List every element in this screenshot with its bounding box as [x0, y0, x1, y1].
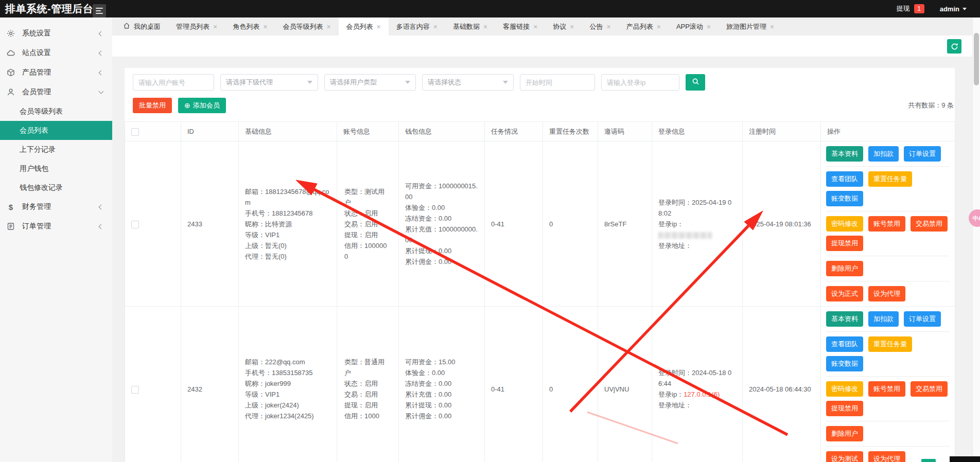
action-button[interactable]: 加扣款 [868, 311, 899, 327]
tab-item[interactable]: 协议× [545, 17, 582, 35]
select-all-checkbox[interactable] [131, 128, 139, 136]
filter-select[interactable]: 请选择状态 [422, 74, 514, 91]
close-icon[interactable]: × [326, 23, 330, 30]
column-header: 任务情况 [485, 122, 543, 141]
close-icon[interactable]: × [770, 23, 774, 30]
action-button[interactable]: 设为正式 [826, 286, 863, 301]
action-button[interactable]: 密码修改 [826, 381, 863, 397]
tab-item[interactable]: 管理员列表× [168, 17, 225, 35]
sidebar-subitem[interactable]: 用户钱包 [0, 159, 112, 178]
action-button[interactable]: 交易禁用 [911, 381, 948, 397]
withdraw-count-badge[interactable]: 1 [914, 4, 924, 13]
column-header: 登录信息 [652, 122, 743, 141]
tab-item[interactable]: 基础数据× [445, 17, 495, 35]
close-icon[interactable]: × [377, 23, 381, 30]
filter-input[interactable] [520, 74, 595, 91]
row-checkbox[interactable] [131, 221, 139, 228]
sidebar-subitem-active[interactable]: 会员列表 [0, 121, 112, 140]
close-icon[interactable]: × [657, 23, 661, 30]
row-checkbox[interactable] [131, 386, 139, 394]
tab-item[interactable]: 客服链接× [495, 17, 545, 35]
info-line: 体验金：0.00 [405, 202, 478, 213]
wallet-info-cell: 可用资金：15.00体验金：0.00冻结资金：0.00累计充值：0.00累计提现… [399, 307, 485, 462]
close-icon[interactable]: × [607, 23, 611, 30]
action-button[interactable]: 设为测试 [826, 451, 863, 462]
close-icon[interactable]: × [213, 23, 217, 30]
sidebar-item-4[interactable]: 会员管理 [0, 82, 112, 102]
info-line: 昵称：joker999 [245, 378, 330, 389]
sidebar-item-2[interactable]: 站点设置 [0, 43, 112, 63]
search-button[interactable] [686, 74, 705, 91]
tab-item[interactable]: 多语言内容× [389, 17, 445, 35]
action-button[interactable]: 交易禁用 [911, 216, 948, 232]
action-button[interactable]: 查看团队 [826, 171, 863, 187]
action-button[interactable]: 加扣款 [868, 146, 899, 162]
action-button[interactable]: 账变数据 [826, 191, 863, 206]
column-header: 注册时间 [743, 122, 821, 141]
login-time: 登录时间：2024-05-18 06:44 [658, 367, 736, 389]
refresh-button[interactable] [947, 39, 961, 54]
sidebar-item-1[interactable]: 系统设置 [0, 24, 112, 43]
action-button[interactable]: 订单设置 [904, 311, 941, 327]
sidebar-subitem[interactable]: 钱包修改记录 [0, 178, 112, 197]
sidebar-item-5[interactable]: $财务管理 [0, 197, 112, 217]
action-button[interactable]: 基本资料 [826, 311, 863, 327]
sidebar-subitem[interactable]: 会员等级列表 [0, 102, 112, 121]
close-icon[interactable]: × [570, 23, 574, 30]
close-icon[interactable]: × [433, 23, 437, 30]
action-button[interactable]: 基本资料 [826, 146, 863, 162]
sidebar-item-3[interactable]: 产品管理 [0, 63, 112, 82]
tab-item[interactable]: 角色列表× [225, 17, 275, 35]
filter-input[interactable] [133, 74, 214, 91]
info-line: 昵称：比特资源 [245, 219, 330, 229]
action-button[interactable]: 设为代理 [868, 286, 905, 301]
info-line: 状态：启用 [344, 208, 390, 219]
scrollbar-track[interactable] [972, 17, 980, 462]
batch-disable-button[interactable]: 批量禁用 [133, 98, 172, 113]
action-button[interactable]: 重置任务量 [868, 336, 912, 352]
action-button[interactable]: 查看团队 [826, 336, 863, 352]
action-button[interactable]: 提现禁用 [826, 236, 863, 251]
user-icon [6, 87, 15, 97]
action-group: 基本资料加扣款订单设置 [826, 307, 950, 332]
tab-item[interactable]: 会员等级列表× [275, 17, 338, 35]
menu-toggle-icon[interactable] [93, 4, 106, 17]
action-button[interactable]: 账号禁用 [868, 216, 905, 232]
sidebar-subitem[interactable]: 上下分记录 [0, 140, 112, 159]
scrollbar-thumb[interactable] [974, 33, 979, 85]
action-button[interactable]: 删除用户 [826, 426, 863, 441]
action-button[interactable]: 账号禁用 [868, 381, 905, 397]
tab-item[interactable]: 我的桌面 [115, 17, 168, 35]
tab-item[interactable]: 公告× [582, 17, 619, 35]
tab-item[interactable]: APP滚动× [669, 17, 719, 35]
filter-input-field[interactable] [138, 79, 208, 86]
tab-item-active[interactable]: 会员列表× [339, 17, 389, 35]
action-button[interactable]: 订单设置 [904, 146, 941, 162]
action-button[interactable]: 密码修改 [826, 216, 863, 232]
sidebar-item-6[interactable]: 订单管理 [0, 217, 112, 236]
filter-input-field[interactable] [607, 79, 674, 86]
action-button[interactable]: 提现禁用 [826, 401, 863, 416]
action-button[interactable]: 删除用户 [826, 261, 863, 276]
withdraw-link[interactable]: 提现 [897, 4, 910, 13]
close-icon[interactable]: × [263, 23, 267, 30]
column-header: 钱包信息 [399, 122, 485, 141]
content-card: 请选择下级代理请选择用户类型请选择状态 批量禁用 ⊕添加会员 共有数据：9 条 … [125, 68, 955, 462]
tab-item[interactable]: 产品列表× [619, 17, 669, 35]
action-button[interactable]: 重置任务量 [868, 171, 912, 187]
tab-item[interactable]: 旅游图片管理× [719, 17, 782, 35]
close-icon[interactable]: × [707, 23, 711, 30]
close-icon[interactable]: × [483, 23, 487, 30]
filter-input-field[interactable] [526, 79, 589, 86]
filter-input[interactable] [601, 74, 679, 91]
action-button[interactable]: 设为代理 [868, 451, 905, 462]
add-member-button[interactable]: ⊕添加会员 [178, 98, 226, 113]
action-button[interactable]: 账变数据 [826, 356, 863, 371]
cloud-icon [6, 48, 15, 58]
info-line: 代理：joker1234(2425) [245, 411, 330, 421]
sidebar-item-label: 系统设置 [22, 29, 51, 38]
filter-select[interactable]: 请选择下级代理 [220, 74, 318, 91]
user-menu[interactable]: admin [940, 5, 967, 13]
filter-select[interactable]: 请选择用户类型 [324, 74, 416, 91]
close-icon[interactable]: × [533, 23, 537, 30]
